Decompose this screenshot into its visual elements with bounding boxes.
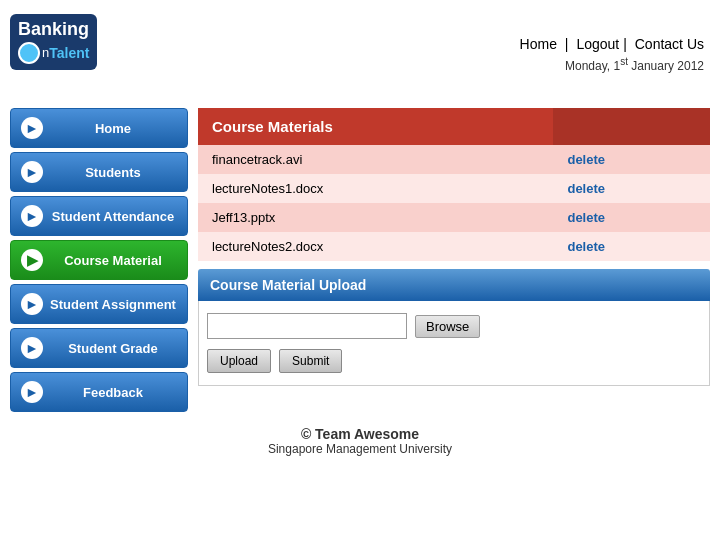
upload-button[interactable]: Upload (207, 349, 271, 373)
nav-date: Home | Logout| Contact Us Monday, 1st Ja… (520, 36, 704, 73)
delete-link[interactable]: delete (567, 181, 605, 196)
logout-link[interactable]: Logout (576, 36, 619, 52)
sidebar-item-students[interactable]: ► Students (10, 152, 188, 192)
delete-cell: delete (553, 232, 710, 261)
sidebar-label-attendance: Student Attendance (49, 209, 177, 224)
date-sup: st (620, 56, 628, 67)
contact-link[interactable]: Contact Us (635, 36, 704, 52)
logo-circle-icon (18, 42, 40, 64)
arrow-icon-grade: ► (21, 337, 43, 359)
action-row: Upload Submit (207, 349, 701, 373)
logo-talent-text: Talent (49, 45, 89, 61)
file-name-cell: lectureNotes1.docx (198, 174, 553, 203)
sidebar-item-course-material[interactable]: ▶ Course Material (10, 240, 188, 280)
sidebar-item-student-grade[interactable]: ► Student Grade (10, 328, 188, 368)
date-line: Monday, 1st January 2012 (565, 56, 704, 73)
file-name-cell: Jeff13.pptx (198, 203, 553, 232)
delete-link[interactable]: delete (567, 239, 605, 254)
home-link[interactable]: Home (520, 36, 557, 52)
content-area: Course Materials financetrack.avideletel… (198, 108, 710, 412)
file-name-cell: lectureNotes2.docx (198, 232, 553, 261)
top-nav: Home | Logout| Contact Us (520, 36, 704, 52)
sidebar-item-home[interactable]: ► Home (10, 108, 188, 148)
logo-banking-text: Banking (18, 20, 89, 40)
sidebar-label-home: Home (49, 121, 177, 136)
footer-team: © Team Awesome (0, 426, 720, 442)
footer-university: Singapore Management University (0, 442, 720, 456)
sidebar: ► Home ► Students ► Student Attendance ▶… (10, 108, 188, 412)
footer: © Team Awesome Singapore Management Univ… (0, 426, 720, 456)
delete-link[interactable]: delete (567, 210, 605, 225)
header: Banking n Talent Home | Logout| Contact … (0, 0, 720, 100)
sidebar-label-course: Course Material (49, 253, 177, 268)
arrow-icon-home: ► (21, 117, 43, 139)
date-rest: January 2012 (628, 59, 704, 73)
arrow-icon-course: ▶ (21, 249, 43, 271)
sidebar-item-feedback[interactable]: ► Feedback (10, 372, 188, 412)
sidebar-label-students: Students (49, 165, 177, 180)
table-header-title: Course Materials (198, 108, 553, 145)
sidebar-label-assignment: Student Assignment (49, 297, 177, 312)
submit-button[interactable]: Submit (279, 349, 342, 373)
course-materials-table: Course Materials financetrack.avideletel… (198, 108, 710, 261)
logo-on-text: n (42, 45, 49, 60)
nav-separator-1: | (565, 36, 573, 52)
logo: Banking n Talent (10, 14, 110, 94)
upload-body: Browse Upload Submit (198, 301, 710, 386)
table-header-empty (553, 108, 710, 145)
file-input-row: Browse (207, 313, 701, 339)
arrow-icon-attendance: ► (21, 205, 43, 227)
delete-cell: delete (553, 203, 710, 232)
sidebar-item-student-attendance[interactable]: ► Student Attendance (10, 196, 188, 236)
arrow-icon-assignment: ► (21, 293, 43, 315)
sidebar-label-feedback: Feedback (49, 385, 177, 400)
browse-button[interactable]: Browse (415, 315, 480, 338)
delete-cell: delete (553, 174, 710, 203)
delete-cell: delete (553, 145, 710, 174)
arrow-icon-feedback: ► (21, 381, 43, 403)
upload-section: Course Material Upload Browse Upload Sub… (198, 269, 710, 386)
date-text: Monday, 1 (565, 59, 620, 73)
file-name-cell: financetrack.avi (198, 145, 553, 174)
file-input[interactable] (207, 313, 407, 339)
sidebar-label-grade: Student Grade (49, 341, 177, 356)
delete-link[interactable]: delete (567, 152, 605, 167)
arrow-icon-students: ► (21, 161, 43, 183)
upload-header: Course Material Upload (198, 269, 710, 301)
main-layout: ► Home ► Students ► Student Attendance ▶… (0, 108, 720, 412)
nav-separator-2: | (623, 36, 627, 52)
sidebar-item-student-assignment[interactable]: ► Student Assignment (10, 284, 188, 324)
